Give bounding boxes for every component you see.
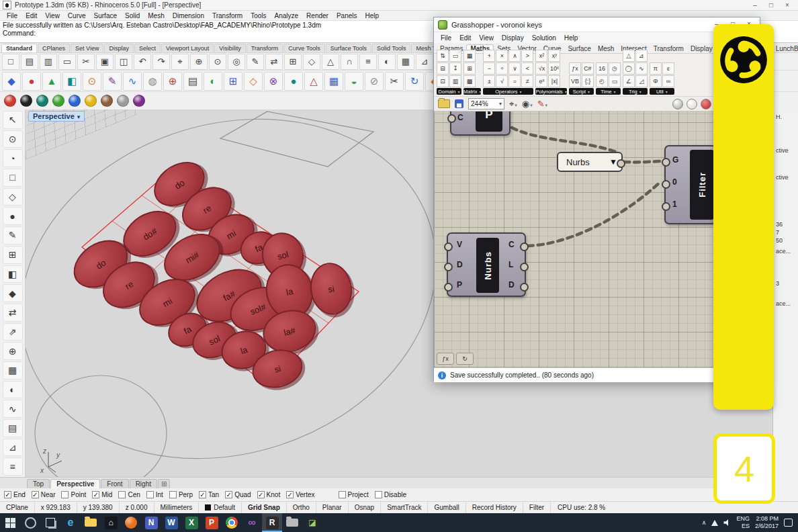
- toolbar-icon[interactable]: ∿: [123, 72, 142, 91]
- gh-component-icon[interactable]: √x: [535, 62, 547, 75]
- material-sphere-icon[interactable]: [117, 95, 129, 107]
- toolbar-icon[interactable]: ◍: [143, 72, 162, 91]
- view-tool-icon[interactable]: ◉: [522, 99, 533, 109]
- gh-group-label[interactable]: Domain▾: [437, 88, 461, 95]
- voronoi-key-si[interactable]: si: [307, 260, 355, 318]
- toolbar-tab-display[interactable]: Display: [104, 44, 134, 52]
- gh-menu-help[interactable]: Help: [560, 34, 582, 42]
- material-sphere-icon[interactable]: [52, 95, 64, 107]
- sidebar-tool-icon[interactable]: ▤: [3, 419, 23, 437]
- rhino-menu-render[interactable]: Render: [302, 12, 332, 19]
- toolbar-icon[interactable]: ▦: [397, 54, 414, 70]
- osnap-tan[interactable]: ✓Tan: [199, 491, 219, 498]
- gh-component-icon[interactable]: 10ˣ: [548, 62, 560, 75]
- gh-node-p[interactable]: C P: [450, 112, 511, 136]
- toolbar-tab-surface-tools[interactable]: Surface Tools: [326, 44, 371, 52]
- toolbar-icon[interactable]: ◎: [228, 54, 245, 70]
- expression-button[interactable]: ƒx: [437, 353, 454, 365]
- gh-component-icon[interactable]: ⊞: [463, 62, 476, 75]
- output-socket[interactable]: [520, 242, 529, 251]
- osnap-mid[interactable]: ✓Mid: [92, 491, 112, 498]
- speaker-icon[interactable]: [723, 519, 731, 527]
- checkbox[interactable]: [339, 491, 346, 498]
- toolbar-icon[interactable]: ⊗: [264, 72, 283, 91]
- gh-menu-edit[interactable]: Edit: [455, 34, 475, 42]
- sidebar-tool-icon[interactable]: ▦: [3, 361, 23, 380]
- close-icon[interactable]: [779, 0, 795, 10]
- rhino-menu-transform[interactable]: Transform: [208, 12, 247, 19]
- zoom-level-select[interactable]: 244%: [468, 98, 504, 109]
- viewport-title-menu[interactable]: Perspective: [28, 111, 85, 122]
- sidebar-tool-icon[interactable]: □: [3, 169, 23, 187]
- toolbar-icon[interactable]: ▭: [58, 54, 76, 70]
- gh-component-icon[interactable]: ◴: [596, 75, 608, 87]
- material-sphere-icon[interactable]: [69, 95, 81, 107]
- task-view-button[interactable]: [40, 513, 60, 532]
- tray-expand-icon[interactable]: ∧: [702, 519, 707, 526]
- sidebar-tool-icon[interactable]: ↖: [3, 111, 23, 129]
- render-preview-icon[interactable]: [701, 99, 711, 109]
- toolbar-icon[interactable]: ∩: [341, 54, 358, 70]
- word-icon[interactable]: W: [161, 513, 181, 532]
- output-socket[interactable]: [520, 283, 529, 292]
- vs-icon[interactable]: ∞: [242, 513, 262, 532]
- sidebar-tool-icon[interactable]: ◔: [3, 149, 23, 167]
- rhino-menu-file[interactable]: File: [3, 12, 21, 19]
- gh-component-icon[interactable]: ±: [483, 75, 495, 87]
- gh-tab-transform[interactable]: Transform: [650, 45, 687, 53]
- gh-component-icon[interactable]: △: [623, 50, 635, 62]
- gh-menu-display[interactable]: Display: [498, 34, 528, 42]
- viewport-tab-perspective[interactable]: Perspective: [50, 479, 100, 488]
- status-field-cplane[interactable]: CPlane: [0, 502, 35, 513]
- input-socket[interactable]: [444, 242, 453, 251]
- file-explorer-icon[interactable]: [81, 513, 101, 532]
- toolbar-icon[interactable]: ✎: [247, 54, 264, 70]
- sidebar-tool-icon[interactable]: ◧: [3, 265, 23, 283]
- checkbox[interactable]: [118, 491, 126, 498]
- status-toggle-osnap[interactable]: Osnap: [349, 502, 381, 513]
- gh-component-icon[interactable]: √: [496, 75, 508, 87]
- clock-time[interactable]: 2:08 PM: [756, 515, 779, 523]
- osnap-vertex[interactable]: ✓Vertex: [286, 491, 314, 498]
- gh-component-icon[interactable]: 16: [596, 62, 608, 75]
- rhino-icon[interactable]: R: [262, 513, 282, 532]
- toolbar-icon[interactable]: ↷: [152, 54, 170, 70]
- maximize-icon[interactable]: [763, 0, 779, 10]
- gh-titlebar[interactable]: Grasshopper - voronoi keys: [434, 17, 760, 32]
- input-socket[interactable]: [444, 283, 453, 292]
- material-sphere-icon[interactable]: [101, 95, 113, 107]
- rhino-menu-surface[interactable]: Surface: [90, 12, 121, 19]
- sidebar-tool-icon[interactable]: ⊙: [3, 130, 23, 148]
- gh-component-icon[interactable]: ▩: [463, 75, 476, 87]
- gh-tab-lunchbox[interactable]: LunchBox: [772, 45, 798, 53]
- gh-component-icon[interactable]: ⊡: [437, 75, 449, 87]
- material-sphere-icon[interactable]: [36, 95, 48, 107]
- app-n-icon[interactable]: N: [141, 513, 161, 532]
- osnap-end[interactable]: ✓End: [4, 491, 26, 498]
- gh-component-icon[interactable]: ⊟: [437, 62, 449, 75]
- gh-component-icon[interactable]: ↧: [449, 62, 461, 75]
- sidebar-tool-icon[interactable]: ◆: [3, 284, 23, 302]
- toolbar-tab-viewport-layout[interactable]: Viewport Layout: [161, 44, 214, 52]
- gh-component-icon[interactable]: |x|: [548, 75, 560, 87]
- input-socket[interactable]: [662, 158, 670, 167]
- rhino-menu-analyze[interactable]: Analyze: [271, 12, 303, 19]
- osnap-cen[interactable]: Cen: [118, 491, 140, 498]
- toolbar-icon[interactable]: ⊞: [224, 72, 242, 91]
- viewport-tab-add-icon[interactable]: ⊞: [158, 479, 170, 488]
- toolbar-tab-curve-tools[interactable]: Curve Tools: [283, 44, 324, 52]
- rhino-menu-tools[interactable]: Tools: [247, 12, 270, 19]
- material-sphere-icon[interactable]: [20, 95, 32, 107]
- gh-component-icon[interactable]: ε: [662, 62, 674, 75]
- viewport-tab-front[interactable]: Front: [101, 479, 128, 488]
- input-socket[interactable]: [662, 202, 670, 211]
- store-icon[interactable]: ⌂: [101, 513, 121, 532]
- rhino-menu-edit[interactable]: Edit: [21, 12, 41, 19]
- gh-component-icon[interactable]: eˣ: [535, 75, 547, 87]
- sidebar-tool-icon[interactable]: ◐: [3, 381, 23, 399]
- gh-group-label[interactable]: Util▾: [650, 88, 674, 95]
- toolbar-icon[interactable]: ✂: [385, 72, 404, 91]
- gh-component-icon[interactable]: ▦: [463, 50, 476, 62]
- gh-component-icon[interactable]: ƒx: [569, 62, 581, 75]
- gh-group-label[interactable]: Matrix▾: [463, 88, 481, 95]
